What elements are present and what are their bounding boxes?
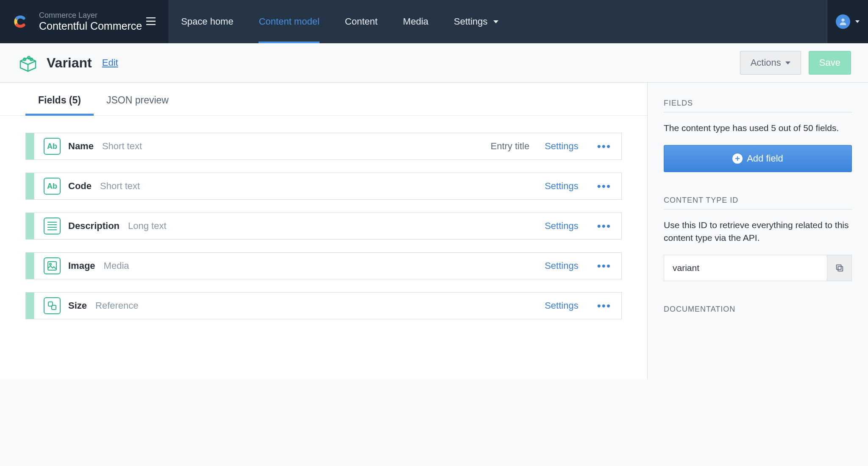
content-type-icon	[17, 52, 39, 74]
field-type: Long text	[128, 220, 167, 232]
field-settings-link[interactable]: Settings	[545, 220, 579, 232]
nav-space-home[interactable]: Space home	[168, 0, 246, 43]
nav-content-model[interactable]: Content model	[246, 0, 332, 43]
sidebar-docs-section: DOCUMENTATION	[664, 305, 852, 318]
field-type: Short text	[100, 181, 140, 192]
add-field-label: Add field	[747, 153, 783, 164]
entry-title-badge: Entry title	[490, 141, 529, 152]
avatar	[836, 14, 850, 29]
field-more-button[interactable]: •••	[587, 140, 621, 153]
field-type: Short text	[102, 141, 142, 152]
edit-link[interactable]: Edit	[102, 57, 118, 68]
topbar-left: Commerce Layer Contentful Commerce	[0, 0, 168, 43]
field-type-icon	[44, 297, 61, 314]
topbar: Commerce Layer Contentful Commerce Space…	[0, 0, 868, 43]
field-type: Media	[104, 260, 129, 271]
svg-rect-9	[836, 265, 841, 270]
sidebar-fields-usage: The content type has used 5 out of 50 fi…	[664, 122, 852, 134]
plus-circle-icon: +	[732, 153, 743, 164]
nav-content[interactable]: Content	[332, 0, 390, 43]
logo-icon	[11, 13, 28, 30]
nav-settings[interactable]: Settings	[441, 0, 512, 43]
field-more-button[interactable]: •••	[587, 299, 621, 313]
field-type-icon	[44, 257, 61, 274]
drag-handle[interactable]	[26, 133, 34, 159]
main: Fields (5) JSON preview AbNameShort text…	[0, 83, 868, 379]
field-row[interactable]: AbNameShort textEntry titleSettings•••	[25, 133, 622, 160]
field-more-button[interactable]: •••	[587, 220, 621, 233]
tab-json-preview[interactable]: JSON preview	[94, 83, 181, 115]
add-field-button[interactable]: + Add field	[664, 145, 852, 172]
space-name: Contentful Commerce	[39, 20, 142, 32]
tab-fields[interactable]: Fields (5)	[25, 83, 94, 115]
tabs: Fields (5) JSON preview	[0, 83, 647, 116]
drag-handle[interactable]	[26, 173, 34, 199]
content-type-id-value: variant	[664, 255, 827, 281]
copy-icon	[835, 263, 844, 273]
sidebar-heading-fields: FIELDS	[664, 99, 852, 112]
field-type: Reference	[95, 300, 139, 311]
field-list: AbNameShort textEntry titleSettings•••Ab…	[0, 116, 647, 336]
drag-handle[interactable]	[26, 293, 34, 319]
actions-button[interactable]: Actions	[740, 51, 801, 75]
menu-icon[interactable]	[142, 11, 160, 32]
svg-point-5	[50, 263, 51, 265]
nav-settings-label: Settings	[454, 16, 488, 27]
field-name: Name	[68, 141, 94, 152]
content-type-id-row: variant	[664, 255, 852, 281]
drag-handle[interactable]	[26, 213, 34, 239]
field-row[interactable]: DescriptionLong textSettings•••	[25, 212, 622, 240]
svg-rect-8	[838, 267, 843, 271]
svg-point-0	[841, 19, 844, 22]
field-row[interactable]: ImageMediaSettings•••	[25, 252, 622, 279]
content-type-title: Variant	[47, 55, 92, 71]
field-settings-link[interactable]: Settings	[545, 141, 579, 152]
field-name: Code	[68, 181, 92, 192]
right-column: FIELDS The content type has used 5 out o…	[648, 83, 868, 379]
sidebar-ctid-text: Use this ID to retrieve everything relat…	[664, 219, 852, 244]
field-name: Size	[68, 300, 87, 311]
field-type-icon	[44, 218, 61, 234]
field-settings-link[interactable]: Settings	[545, 300, 579, 311]
nav-media[interactable]: Media	[390, 0, 441, 43]
sidebar-fields-section: FIELDS The content type has used 5 out o…	[664, 99, 852, 172]
field-more-button[interactable]: •••	[587, 180, 621, 193]
chevron-down-icon	[785, 61, 790, 64]
field-row[interactable]: AbCodeShort textSettings•••	[25, 173, 622, 200]
field-name: Image	[68, 260, 95, 271]
field-more-button[interactable]: •••	[587, 260, 621, 273]
sidebar-ctid-section: CONTENT TYPE ID Use this ID to retrieve …	[664, 196, 852, 281]
space-titles: Commerce Layer Contentful Commerce	[39, 11, 142, 32]
field-row[interactable]: SizeReferenceSettings•••	[25, 292, 622, 319]
subheader-actions: Actions Save	[740, 51, 851, 75]
save-button[interactable]: Save	[809, 51, 851, 75]
topbar-nav: Space home Content model Content Media S…	[168, 0, 827, 43]
left-column: Fields (5) JSON preview AbNameShort text…	[0, 83, 648, 379]
chevron-down-icon	[855, 20, 860, 23]
field-name: Description	[68, 220, 120, 232]
field-settings-link[interactable]: Settings	[545, 181, 579, 192]
chevron-down-icon	[493, 20, 498, 23]
field-type-icon: Ab	[44, 178, 61, 195]
actions-label: Actions	[751, 57, 781, 68]
topbar-user[interactable]	[827, 0, 868, 43]
sidebar-heading-docs: DOCUMENTATION	[664, 305, 852, 318]
svg-rect-4	[48, 262, 56, 270]
sidebar-heading-ctid: CONTENT TYPE ID	[664, 196, 852, 209]
field-type-icon: Ab	[44, 138, 61, 155]
copy-id-button[interactable]	[827, 255, 851, 281]
drag-handle[interactable]	[26, 253, 34, 279]
space-supertitle: Commerce Layer	[39, 11, 142, 20]
field-settings-link[interactable]: Settings	[545, 260, 579, 271]
subheader: Variant Edit Actions Save	[0, 43, 868, 83]
